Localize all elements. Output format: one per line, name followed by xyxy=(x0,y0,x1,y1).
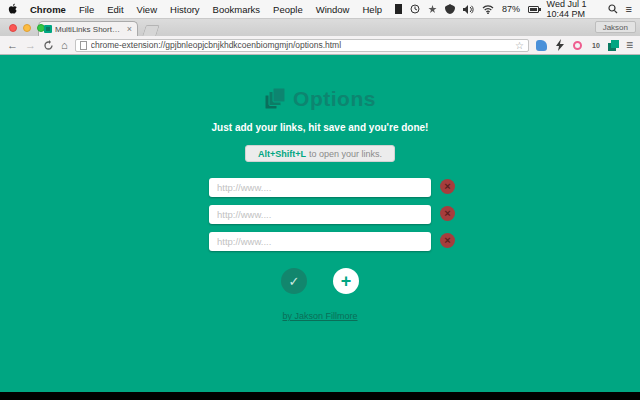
multilinks-logo-icon xyxy=(264,88,286,110)
profile-name-button[interactable]: Jakson xyxy=(595,21,636,33)
menu-item-history[interactable]: History xyxy=(170,4,200,15)
link-row: × xyxy=(209,177,431,197)
home-button[interactable]: ⌂ xyxy=(61,40,68,51)
spotlight-search-icon[interactable] xyxy=(608,4,618,14)
link-row: × xyxy=(209,231,431,251)
url-text[interactable]: chrome-extension://gpjbnleopjcbnjkhdkcoe… xyxy=(91,40,511,50)
logo-row: Options xyxy=(264,87,376,111)
address-bar[interactable]: chrome-extension://gpjbnleopjcbnjkhdkcoe… xyxy=(75,39,529,52)
author-link[interactable]: by Jakson Fillmore xyxy=(282,311,357,321)
tab-favicon-icon xyxy=(44,25,52,33)
shortcut-hint-button[interactable]: Alt+Shift+L to open your links. xyxy=(245,145,395,162)
remove-link-button-2[interactable]: × xyxy=(440,206,455,221)
chrome-menu-button[interactable]: ≡ xyxy=(626,38,633,52)
menu-item-bookmarks[interactable]: Bookmarks xyxy=(213,4,261,15)
extension-icon-blue[interactable] xyxy=(536,39,548,51)
extension-icon-lightning[interactable] xyxy=(554,39,566,51)
extension-icon-multilinks[interactable] xyxy=(608,39,620,51)
tab-title: MultiLinks Shortcut - Opt xyxy=(55,25,124,34)
tab-close-icon[interactable]: × xyxy=(127,24,132,34)
shortcut-key: Alt+Shift+L xyxy=(258,149,306,159)
close-window-button[interactable] xyxy=(9,24,17,32)
window-controls xyxy=(9,24,45,32)
battery-percent: 87% xyxy=(502,4,520,14)
menu-item-people[interactable]: People xyxy=(273,4,303,15)
extension-icon-pink-ring[interactable] xyxy=(572,39,584,51)
back-button[interactable]: ← xyxy=(7,40,18,51)
page-subtitle: Just add your links, hit save and you're… xyxy=(212,122,429,133)
battery-icon xyxy=(528,6,539,13)
status-app-icon[interactable] xyxy=(395,4,402,14)
extension-icons: 10 ≡ xyxy=(536,38,633,52)
menu-item-chrome[interactable]: Chrome xyxy=(30,4,66,15)
bookmark-star-icon[interactable]: ☆ xyxy=(515,40,524,51)
link-input-3[interactable] xyxy=(209,232,431,251)
link-list: × × × xyxy=(209,177,431,251)
remove-link-button-1[interactable]: × xyxy=(440,179,455,194)
menu-item-view[interactable]: View xyxy=(137,4,157,15)
shortcut-text: to open your links. xyxy=(309,149,382,159)
save-button[interactable]: ✓ xyxy=(281,268,307,294)
status-clock-icon[interactable] xyxy=(410,4,420,14)
volume-icon[interactable] xyxy=(463,5,474,14)
extension-icon-badge[interactable]: 10 xyxy=(590,39,602,51)
notification-center-icon[interactable]: ≡ xyxy=(626,3,632,15)
credit-line: by Jakson Fillmore xyxy=(282,311,357,321)
reload-button[interactable] xyxy=(43,40,54,51)
browser-tab[interactable]: MultiLinks Shortcut - Opt × xyxy=(38,21,138,36)
browser-toolbar: ← → ⌂ chrome-extension://gpjbnleopjcbnjk… xyxy=(0,36,640,55)
menu-item-edit[interactable]: Edit xyxy=(107,4,123,15)
menu-item-window[interactable]: Window xyxy=(316,4,350,15)
check-icon: ✓ xyxy=(289,274,300,289)
link-input-1[interactable] xyxy=(209,178,431,197)
minimize-window-button[interactable] xyxy=(23,24,31,32)
chrome-window: MultiLinks Shortcut - Opt × Jakson ← → ⌂… xyxy=(0,19,640,392)
menu-item-file[interactable]: File xyxy=(79,4,94,15)
new-tab-button[interactable] xyxy=(142,25,160,36)
tab-strip: MultiLinks Shortcut - Opt × Jakson xyxy=(0,19,640,36)
apple-menu-icon[interactable] xyxy=(8,3,18,15)
page-icon xyxy=(80,41,87,50)
macos-menu-bar: Chrome File Edit View History Bookmarks … xyxy=(0,0,640,19)
link-row: × xyxy=(209,204,431,224)
link-input-2[interactable] xyxy=(209,205,431,224)
menu-item-help[interactable]: Help xyxy=(362,4,382,15)
action-buttons: ✓ + xyxy=(281,268,359,294)
add-link-button[interactable]: + xyxy=(333,268,359,294)
wifi-icon[interactable] xyxy=(482,5,494,14)
remove-link-button-3[interactable]: × xyxy=(440,233,455,248)
status-notifier-icon[interactable] xyxy=(428,5,437,14)
forward-button[interactable]: → xyxy=(25,40,36,51)
page-title: Options xyxy=(293,87,376,111)
status-vpn-icon[interactable] xyxy=(445,4,455,14)
options-page: Options Just add your links, hit save an… xyxy=(0,55,640,392)
menu-bar-clock[interactable]: Wed Jul 1 10:44 PM xyxy=(547,0,600,19)
